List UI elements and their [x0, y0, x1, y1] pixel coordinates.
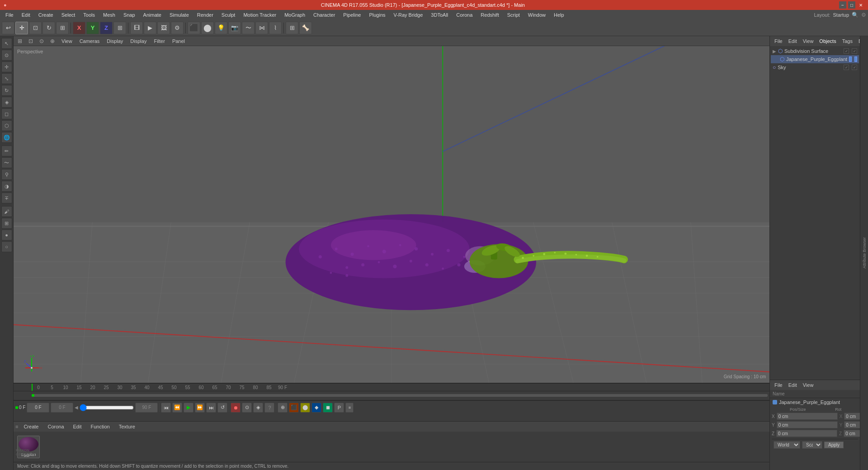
btn-loop[interactable]: ↺ — [217, 403, 227, 413]
tool-brush[interactable]: ✏ — [1, 146, 12, 156]
tool-x[interactable]: X — [73, 22, 85, 34]
mat-tab-texture[interactable]: Texture — [115, 423, 139, 430]
tool-render-to[interactable]: 🖼 — [157, 22, 170, 34]
attrib-tab-file[interactable]: File — [772, 382, 785, 388]
menu-motion-tracker[interactable]: Motion Tracker — [240, 11, 280, 19]
tool-sphere[interactable]: ⬤ — [201, 22, 214, 34]
mat-tab-create[interactable]: Create — [20, 423, 42, 430]
menu-simulate[interactable]: Simulate — [166, 11, 193, 19]
tool-undo[interactable]: ↩ — [2, 22, 14, 34]
menu-corona[interactable]: Corona — [453, 11, 476, 19]
tool-paint[interactable]: 🖌 — [1, 206, 12, 217]
obj-check-1[interactable]: ✓ — [844, 48, 849, 54]
tool-live-select[interactable]: ⊙ — [1, 50, 12, 61]
btn-keyframe[interactable]: ◈ — [253, 403, 263, 413]
tool-spline[interactable]: 〜 — [242, 22, 255, 34]
btn-key-pos[interactable]: ⬛ — [289, 403, 299, 413]
tool-render-settings[interactable]: ⚙ — [171, 22, 184, 34]
btn-go-end[interactable]: ⏭ — [206, 403, 216, 413]
vp-icon-3[interactable]: ⊙ — [37, 37, 46, 46]
tool-camera[interactable]: 📷 — [228, 22, 241, 34]
btn-help[interactable]: ? — [264, 403, 274, 413]
layout-gear-icon[interactable]: ⚙ — [861, 12, 866, 18]
viewport[interactable]: Perspective — [14, 46, 769, 383]
tool-grid[interactable]: ⊞ — [286, 22, 298, 34]
obj-item-sky[interactable]: ○ Sky ✓ ✓ — [771, 63, 859, 71]
btn-go-start[interactable]: ⏮ — [161, 403, 171, 413]
btn-record[interactable]: ⏺ — [231, 403, 241, 413]
tool-rotate-s[interactable]: ↻ — [1, 85, 12, 96]
obj-tab-objects[interactable]: Objects — [816, 38, 839, 44]
btn-key-param[interactable]: ◼ — [323, 403, 333, 413]
attrib-tab-view[interactable]: View — [800, 382, 816, 388]
tool-select[interactable]: ⊞ — [56, 22, 69, 34]
obj-tab-view[interactable]: View — [800, 38, 816, 44]
tool-render-region[interactable]: 🎞 — [130, 22, 143, 34]
attrib-x-pos[interactable] — [777, 413, 838, 420]
tool-move-s[interactable]: ✛ — [1, 61, 12, 72]
tool-smooth[interactable]: 〜 — [1, 157, 12, 168]
mat-panel-icon[interactable]: ≡ — [15, 424, 18, 429]
obj-item-subdivision[interactable]: ▶ ⬡ Subdivision Surface ✓ ✓ — [771, 47, 859, 55]
menu-mesh[interactable]: Mesh — [99, 11, 119, 19]
menu-animate[interactable]: Animate — [140, 11, 165, 19]
attrib-z-pos[interactable] — [776, 430, 837, 437]
obj-vis-1[interactable] — [849, 56, 852, 62]
tool-render[interactable]: ▶ — [144, 22, 156, 34]
vp-menu-display2[interactable]: Display — [127, 38, 149, 44]
obj-tab-edit[interactable]: Edit — [786, 38, 800, 44]
btn-key-rot[interactable]: ⬤ — [300, 403, 310, 413]
vp-icon-2[interactable]: ⊡ — [26, 37, 35, 46]
coord-scale-select[interactable]: Scale — [802, 441, 822, 449]
mat-tab-corona[interactable]: Corona — [44, 423, 67, 430]
tool-dot2[interactable]: ○ — [1, 241, 12, 252]
menu-character[interactable]: Character — [310, 11, 339, 19]
menu-select[interactable]: Select — [58, 11, 79, 19]
tool-magnet[interactable]: ⚲ — [1, 169, 12, 180]
vp-menu-panel[interactable]: Panel — [170, 38, 188, 44]
tool-world-s[interactable]: 🌐 — [1, 132, 12, 143]
vp-menu-display[interactable]: Display — [104, 38, 126, 44]
mat-tab-edit[interactable]: Edit — [70, 423, 85, 430]
obj-check-2[interactable]: ✓ — [852, 48, 857, 54]
obj-tab-file[interactable]: File — [772, 38, 785, 44]
tool-move[interactable]: ✛ — [15, 22, 28, 34]
btn-prev-frame[interactable]: ⏪ — [172, 403, 182, 413]
edge-label-attrib[interactable]: Attribute Browser — [861, 234, 868, 272]
menu-mograph[interactable]: MoGraph — [281, 11, 309, 19]
vp-icon-1[interactable]: ⊞ — [15, 37, 24, 46]
obj-tab-tags[interactable]: Tags — [840, 38, 855, 44]
obj-item-eggplant[interactable]: ⬡ Japanese_Purple_Eggplant — [771, 55, 859, 63]
maximize-button[interactable]: □ — [848, 1, 855, 9]
timeline-scrubber[interactable] — [80, 404, 134, 411]
timeline-track-area[interactable] — [14, 391, 769, 400]
tool-dot[interactable]: ● — [1, 230, 12, 240]
obj-sky-check-1[interactable]: ✓ — [844, 65, 849, 70]
menu-redshift[interactable]: Redshift — [477, 11, 502, 19]
obj-sky-check-2[interactable]: ✓ — [852, 65, 857, 70]
menu-plugins[interactable]: Plugins — [365, 11, 389, 19]
minimize-button[interactable]: − — [839, 1, 846, 9]
timeline-frame-input[interactable]: 0 F — [35, 405, 41, 410]
mat-tab-function[interactable]: Function — [87, 423, 113, 430]
menu-pipeline[interactable]: Pipeline — [340, 11, 364, 19]
menu-file[interactable]: File — [2, 11, 17, 19]
tool-scale-s[interactable]: ⤡ — [1, 73, 12, 84]
tool-cube[interactable]: ⬛ — [188, 22, 200, 34]
btn-key-scale[interactable]: ◆ — [311, 403, 321, 413]
btn-next-frame[interactable]: ⏩ — [195, 403, 205, 413]
vp-icon-4[interactable]: ⊕ — [48, 37, 57, 46]
menu-create[interactable]: Create — [35, 11, 57, 19]
tool-rotate[interactable]: ↻ — [42, 22, 55, 34]
menu-help[interactable]: Help — [550, 11, 568, 19]
coord-apply-button[interactable]: Apply — [824, 442, 844, 448]
attrib-tab-edit[interactable]: Edit — [786, 382, 800, 388]
menu-tools[interactable]: Tools — [80, 11, 99, 19]
tool-nurbs[interactable]: ⋈ — [255, 22, 268, 34]
menu-3dtoall[interactable]: 3DToAll — [427, 11, 452, 19]
vp-menu-view[interactable]: View — [59, 38, 75, 44]
obj-vis-2[interactable] — [854, 56, 857, 62]
tool-poly-model[interactable]: ◈ — [1, 97, 12, 108]
btn-timeline-opts[interactable]: ≡ — [345, 403, 354, 413]
close-button[interactable]: ✕ — [857, 1, 864, 9]
